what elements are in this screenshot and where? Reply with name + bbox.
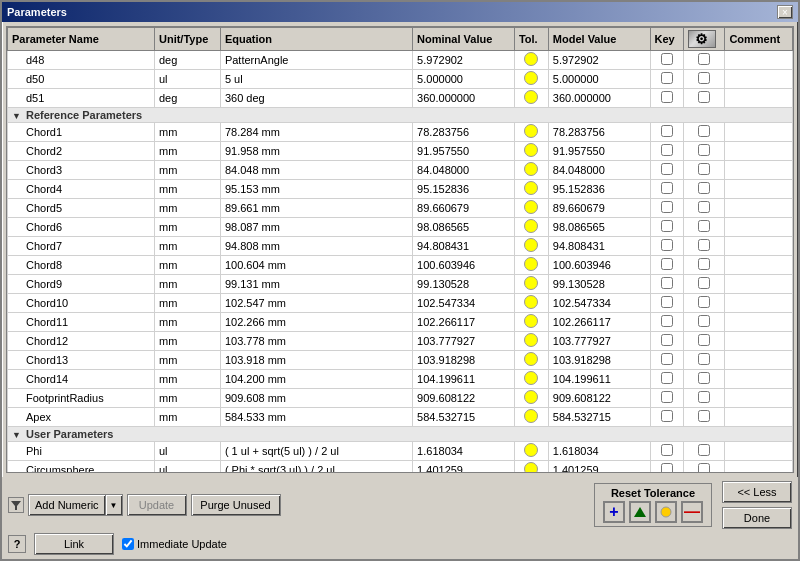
section-expand-icon[interactable]: ▼ <box>12 430 21 440</box>
param-tol <box>514 89 548 108</box>
key1-checkbox[interactable] <box>661 72 673 84</box>
section-expand-icon[interactable]: ▼ <box>12 111 21 121</box>
tol-circle-button[interactable] <box>655 501 677 523</box>
param-key1 <box>650 237 683 256</box>
param-tol <box>514 461 548 474</box>
purge-unused-button[interactable]: Purge Unused <box>191 494 281 516</box>
filter-icon[interactable] <box>8 497 24 513</box>
param-key1 <box>650 256 683 275</box>
key2-checkbox[interactable] <box>698 239 710 251</box>
key2-checkbox[interactable] <box>698 315 710 327</box>
param-nominal: 99.130528 <box>413 275 515 294</box>
key1-checkbox[interactable] <box>661 391 673 403</box>
key1-checkbox[interactable] <box>661 239 673 251</box>
tol-plus-button[interactable]: + <box>603 501 625 523</box>
param-unit: mm <box>154 218 220 237</box>
key1-checkbox[interactable] <box>661 182 673 194</box>
param-nominal: 5.972902 <box>413 51 515 70</box>
key2-checkbox[interactable] <box>698 258 710 270</box>
done-button[interactable]: Done <box>722 507 792 529</box>
less-button[interactable]: << Less <box>722 481 792 503</box>
key2-checkbox[interactable] <box>698 410 710 422</box>
key2-checkbox[interactable] <box>698 334 710 346</box>
key1-checkbox[interactable] <box>661 296 673 308</box>
key1-checkbox[interactable] <box>661 334 673 346</box>
key1-checkbox[interactable] <box>661 201 673 213</box>
link-button[interactable]: Link <box>34 533 114 555</box>
param-equation: 102.266 mm <box>220 313 412 332</box>
param-comment <box>725 442 793 461</box>
param-unit: mm <box>154 275 220 294</box>
param-key1 <box>650 313 683 332</box>
param-key2 <box>683 70 725 89</box>
key1-checkbox[interactable] <box>661 353 673 365</box>
key1-checkbox[interactable] <box>661 277 673 289</box>
param-equation: 89.661 mm <box>220 199 412 218</box>
param-key2 <box>683 313 725 332</box>
param-key2 <box>683 180 725 199</box>
key2-checkbox[interactable] <box>698 444 710 456</box>
param-comment <box>725 142 793 161</box>
key2-checkbox[interactable] <box>698 372 710 384</box>
tol-minus-button[interactable]: — <box>681 501 703 523</box>
param-name: Apex <box>8 408 155 427</box>
key2-checkbox[interactable] <box>698 144 710 156</box>
param-comment <box>725 351 793 370</box>
key2-checkbox[interactable] <box>698 220 710 232</box>
key2-checkbox[interactable] <box>698 91 710 103</box>
key1-checkbox[interactable] <box>661 258 673 270</box>
param-key2 <box>683 389 725 408</box>
table-row: Chord1 mm 78.284 mm 78.283756 78.283756 <box>8 123 793 142</box>
add-numeric-button[interactable]: Add Numeric <box>28 494 105 516</box>
col-header-equation: Equation <box>220 28 412 51</box>
param-key1 <box>650 89 683 108</box>
table-row: Chord8 mm 100.604 mm 100.603946 100.6039… <box>8 256 793 275</box>
key1-checkbox[interactable] <box>661 163 673 175</box>
update-button[interactable]: Update <box>127 494 187 516</box>
key2-checkbox[interactable] <box>698 463 710 473</box>
parameters-table: Parameter Name Unit/Type Equation Nomina… <box>7 27 793 473</box>
param-nominal: 91.957550 <box>413 142 515 161</box>
param-unit: mm <box>154 351 220 370</box>
param-comment <box>725 256 793 275</box>
close-button[interactable]: × <box>777 5 793 19</box>
key2-checkbox[interactable] <box>698 182 710 194</box>
table-row: Chord12 mm 103.778 mm 103.777927 103.777… <box>8 332 793 351</box>
param-tol <box>514 161 548 180</box>
param-key2 <box>683 275 725 294</box>
key2-checkbox[interactable] <box>698 72 710 84</box>
key1-checkbox[interactable] <box>661 410 673 422</box>
param-key2 <box>683 218 725 237</box>
key2-checkbox[interactable] <box>698 296 710 308</box>
param-key1 <box>650 332 683 351</box>
add-numeric-dropdown[interactable]: ▼ <box>105 494 123 516</box>
param-comment <box>725 461 793 474</box>
key1-checkbox[interactable] <box>661 125 673 137</box>
key1-checkbox[interactable] <box>661 444 673 456</box>
key1-checkbox[interactable] <box>661 315 673 327</box>
param-name: Chord1 <box>8 123 155 142</box>
key2-checkbox[interactable] <box>698 125 710 137</box>
param-tol <box>514 370 548 389</box>
key2-checkbox[interactable] <box>698 201 710 213</box>
param-equation: ( 1 ul + sqrt(5 ul) ) / 2 ul <box>220 442 412 461</box>
param-model: 102.266117 <box>548 313 650 332</box>
key1-checkbox[interactable] <box>661 53 673 65</box>
tol-triangle-button[interactable] <box>629 501 651 523</box>
key2-checkbox[interactable] <box>698 353 710 365</box>
key2-checkbox[interactable] <box>698 277 710 289</box>
question-icon[interactable]: ? <box>8 535 26 553</box>
key1-checkbox[interactable] <box>661 91 673 103</box>
param-name: Chord5 <box>8 199 155 218</box>
key1-checkbox[interactable] <box>661 144 673 156</box>
key1-checkbox[interactable] <box>661 372 673 384</box>
key2-checkbox[interactable] <box>698 163 710 175</box>
param-nominal: 104.199611 <box>413 370 515 389</box>
immediate-update-checkbox[interactable] <box>122 538 134 550</box>
param-name: Chord7 <box>8 237 155 256</box>
key1-checkbox[interactable] <box>661 463 673 473</box>
key2-checkbox[interactable] <box>698 391 710 403</box>
param-key1 <box>650 161 683 180</box>
key2-checkbox[interactable] <box>698 53 710 65</box>
key1-checkbox[interactable] <box>661 220 673 232</box>
